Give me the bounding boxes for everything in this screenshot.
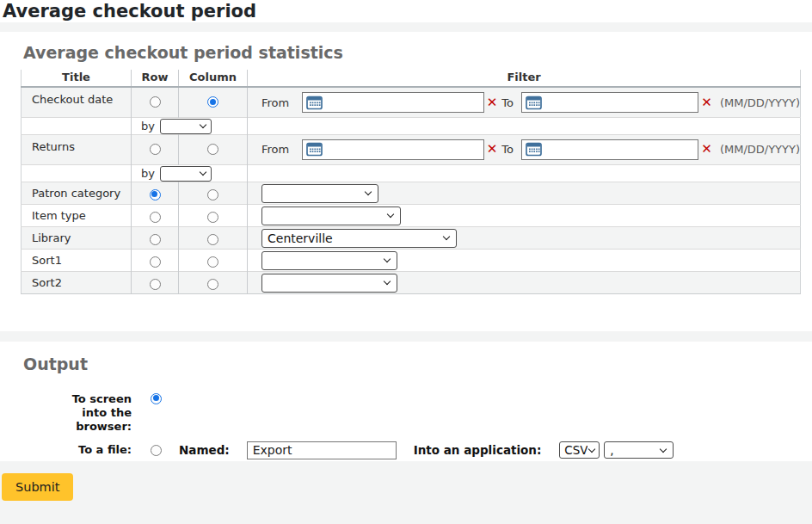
chevron-down-icon [384, 278, 391, 285]
table-row-library: Library Centerville [22, 226, 801, 249]
column-header-row: Row [132, 70, 179, 87]
table-row-checkout-date: Checkout date From ✕ To [22, 87, 801, 117]
checkout-date-from-input[interactable] [302, 92, 483, 113]
column-header-filter: Filter [248, 70, 801, 87]
output-heading: Output [23, 354, 812, 373]
to-screen-radio[interactable] [151, 393, 162, 404]
clear-date-icon[interactable]: ✕ [701, 96, 712, 109]
sort2-column-radio[interactable] [207, 279, 218, 290]
row-title: Checkout date [22, 87, 132, 117]
row-title: Library [22, 226, 132, 249]
returns-row-radio[interactable] [150, 144, 161, 155]
from-label: From [261, 96, 289, 109]
returns-column-radio[interactable] [207, 144, 218, 155]
to-file-radio[interactable] [151, 445, 162, 456]
patron-category-column-radio[interactable] [207, 189, 218, 200]
into-application-label: Into an application: [414, 443, 542, 457]
table-row-sort2: Sort2 [22, 271, 801, 293]
statistics-heading: Average checkout period statistics [23, 43, 812, 62]
to-screen-label: To screen into the browser: [44, 392, 132, 434]
returns-to-input[interactable] [521, 139, 698, 160]
statistics-section: Average checkout period statistics Title… [0, 32, 812, 294]
statistics-table: Title Row Column Filter Checkout date Fr… [21, 70, 801, 294]
table-row-item-type: Item type [22, 204, 801, 226]
named-input[interactable]: Export [247, 441, 397, 459]
column-header-column: Column [179, 70, 248, 87]
table-row-returns-by: by [22, 164, 801, 182]
file-format-select[interactable]: CSV [559, 441, 600, 459]
library-column-radio[interactable] [207, 234, 218, 245]
clear-date-icon[interactable]: ✕ [487, 143, 498, 156]
returns-by-select[interactable] [160, 166, 212, 182]
chevron-down-icon [443, 233, 450, 240]
table-row-sort1: Sort1 [22, 249, 801, 271]
section-divider [0, 331, 812, 342]
output-to-file-row: To a file: Named: Export Into an applica… [44, 441, 812, 459]
checkout-date-column-radio[interactable] [207, 96, 218, 108]
chevron-down-icon [660, 445, 667, 452]
library-select[interactable]: Centerville [261, 229, 457, 248]
by-label: by [141, 166, 155, 179]
by-label: by [141, 119, 155, 132]
footer-bar: Submit [0, 461, 812, 524]
sort1-row-radio[interactable] [150, 256, 161, 268]
calendar-icon[interactable] [526, 142, 542, 157]
chevron-down-icon [384, 256, 391, 262]
row-title: Sort2 [22, 271, 132, 293]
chevron-down-icon [200, 121, 206, 128]
clear-date-icon[interactable]: ✕ [487, 96, 498, 109]
row-title: Sort1 [22, 249, 132, 271]
date-format-hint: (MM/DD/YYYY) [720, 143, 800, 156]
chevron-down-icon [200, 169, 206, 176]
header-divider [0, 22, 812, 32]
sort1-select[interactable] [261, 251, 397, 270]
sort2-select[interactable] [261, 274, 397, 293]
output-section: Output To screen into the browser: To a … [0, 342, 812, 459]
clear-date-icon[interactable]: ✕ [701, 143, 712, 156]
column-header-title: Title [22, 70, 132, 87]
item-type-select[interactable] [261, 207, 401, 225]
chevron-down-icon [588, 445, 595, 452]
checkout-by-select[interactable] [160, 119, 212, 134]
from-label: From [261, 143, 289, 156]
field-separator-select[interactable]: , [604, 441, 674, 459]
calendar-icon[interactable] [306, 96, 323, 110]
table-header-row: Title Row Column Filter [22, 70, 801, 87]
calendar-icon[interactable] [306, 142, 323, 157]
page-header: Average checkout period [0, 0, 812, 22]
table-row-returns: Returns From ✕ To [22, 134, 801, 164]
row-title: Patron category [22, 182, 132, 204]
spacer [0, 294, 812, 331]
to-file-label: To a file: [44, 443, 132, 457]
output-to-screen-row: To screen into the browser: [44, 392, 812, 434]
item-type-row-radio[interactable] [150, 212, 161, 223]
patron-category-select[interactable] [261, 184, 378, 203]
to-label: To [501, 96, 514, 109]
row-title: Item type [22, 204, 132, 226]
patron-category-row-radio[interactable] [150, 189, 161, 200]
table-row-checkout-by: by [22, 117, 801, 134]
to-label: To [501, 143, 514, 156]
checkout-date-row-radio[interactable] [150, 96, 161, 108]
row-title: Returns [22, 134, 132, 164]
submit-button[interactable]: Submit [2, 473, 73, 501]
named-label: Named: [179, 443, 230, 457]
sort1-column-radio[interactable] [207, 256, 218, 268]
page-title: Average checkout period [3, 1, 812, 22]
calendar-icon[interactable] [526, 96, 542, 110]
item-type-column-radio[interactable] [207, 212, 218, 223]
returns-from-input[interactable] [302, 139, 483, 160]
date-format-hint: (MM/DD/YYYY) [720, 96, 800, 109]
checkout-date-to-input[interactable] [521, 92, 698, 113]
sort2-row-radio[interactable] [150, 279, 161, 290]
table-row-patron-category: Patron category [22, 182, 801, 204]
library-row-radio[interactable] [150, 234, 161, 245]
chevron-down-icon [365, 188, 372, 195]
chevron-down-icon [387, 211, 394, 218]
